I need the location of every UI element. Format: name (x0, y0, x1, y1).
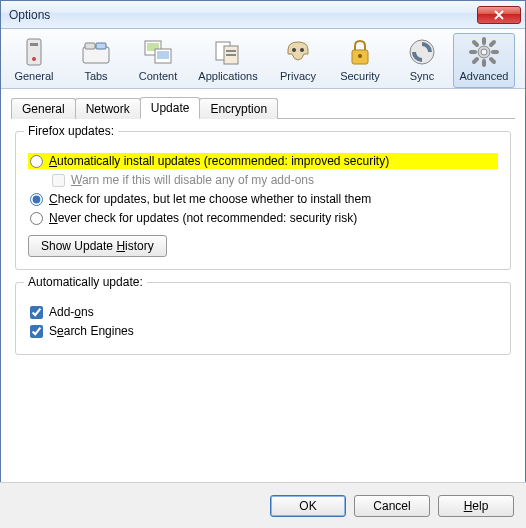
toolbar-label: General (14, 70, 53, 82)
firefox-updates-group: Firefox updates: Automatically install u… (15, 131, 511, 270)
svg-rect-9 (157, 51, 169, 59)
toolbar-label: Privacy (280, 70, 316, 82)
svg-point-28 (481, 49, 487, 55)
close-icon (494, 10, 504, 20)
general-icon (18, 36, 50, 68)
titlebar: Options (1, 1, 525, 29)
check-search-label: Search Engines (49, 324, 134, 338)
group-title: Firefox updates: (24, 124, 118, 138)
cancel-button[interactable]: Cancel (354, 495, 430, 517)
radio-auto[interactable] (30, 155, 43, 168)
applications-icon (212, 36, 244, 68)
toolbar-label: Sync (410, 70, 434, 82)
option-auto-install[interactable]: Automatically install updates (recommend… (28, 153, 498, 169)
toolbar-item-general[interactable]: General (3, 33, 65, 88)
subtab-general[interactable]: General (11, 98, 76, 119)
svg-point-15 (300, 48, 304, 52)
svg-line-26 (491, 42, 494, 45)
advanced-icon (468, 36, 500, 68)
toolbar-item-privacy[interactable]: Privacy (267, 33, 329, 88)
subtab-update[interactable]: Update (140, 97, 201, 119)
toolbar-item-tabs[interactable]: Tabs (65, 33, 127, 88)
check-addons[interactable] (30, 306, 43, 319)
option-never-check[interactable]: Never check for updates (not recommended… (28, 210, 498, 226)
toolbar-item-advanced[interactable]: Advanced (453, 33, 515, 88)
group-title: Automatically update: (24, 275, 147, 289)
privacy-icon (282, 36, 314, 68)
svg-rect-12 (226, 50, 236, 52)
svg-rect-0 (27, 39, 41, 65)
check-search-row[interactable]: Search Engines (28, 323, 498, 339)
radio-never-label: Never check for updates (not recommended… (49, 211, 357, 225)
toolbar-item-applications[interactable]: Applications (189, 33, 267, 88)
toolbar-label: Tabs (84, 70, 107, 82)
option-check-updates[interactable]: Check for updates, but let me choose whe… (28, 191, 498, 207)
tabs-icon (80, 36, 112, 68)
auto-update-group: Automatically update: Add-ons Search Eng… (15, 282, 511, 355)
tab-body: General Network Update Encryption Firefo… (1, 89, 525, 469)
svg-line-25 (491, 59, 494, 62)
toolbar-item-sync[interactable]: Sync (391, 33, 453, 88)
check-addons-row[interactable]: Add-ons (28, 304, 498, 320)
svg-line-24 (474, 42, 477, 45)
radio-never[interactable] (30, 212, 43, 225)
toolbar-label: Advanced (460, 70, 509, 82)
svg-rect-1 (30, 43, 38, 46)
close-button[interactable] (477, 6, 521, 24)
svg-rect-4 (85, 43, 95, 49)
radio-auto-label: Automatically install updates (recommend… (49, 154, 389, 168)
update-panel: Firefox updates: Automatically install u… (11, 119, 515, 461)
help-button[interactable]: Help (438, 495, 514, 517)
check-addons-label: Add-ons (49, 305, 94, 319)
subtab-encryption[interactable]: Encryption (199, 98, 278, 119)
svg-point-17 (358, 54, 362, 58)
radio-check-label: Check for updates, but let me choose whe… (49, 192, 371, 206)
svg-point-2 (32, 57, 36, 61)
svg-point-14 (292, 48, 296, 52)
dialog-buttons: OK Cancel Help (0, 482, 526, 528)
ok-button[interactable]: OK (270, 495, 346, 517)
subtabs: General Network Update Encryption (11, 97, 515, 119)
sync-icon (406, 36, 438, 68)
window-title: Options (9, 8, 477, 22)
check-search[interactable] (30, 325, 43, 338)
check-warn-label: Warn me if this will disable any of my a… (71, 173, 314, 187)
option-warn-addons: Warn me if this will disable any of my a… (50, 172, 498, 188)
svg-line-27 (474, 59, 477, 62)
svg-rect-13 (226, 54, 236, 56)
toolbar-item-security[interactable]: Security (329, 33, 391, 88)
content-icon (142, 36, 174, 68)
toolbar-label: Applications (198, 70, 257, 82)
subtab-network[interactable]: Network (75, 98, 141, 119)
show-update-history-button[interactable]: Show Update History (28, 235, 167, 257)
toolbar-item-content[interactable]: Content (127, 33, 189, 88)
security-icon (344, 36, 376, 68)
svg-rect-5 (96, 43, 106, 49)
toolbar-label: Content (139, 70, 178, 82)
check-warn (52, 174, 65, 187)
toolbar-label: Security (340, 70, 380, 82)
category-toolbar: General Tabs Content Applications Privac… (1, 29, 525, 89)
radio-check[interactable] (30, 193, 43, 206)
